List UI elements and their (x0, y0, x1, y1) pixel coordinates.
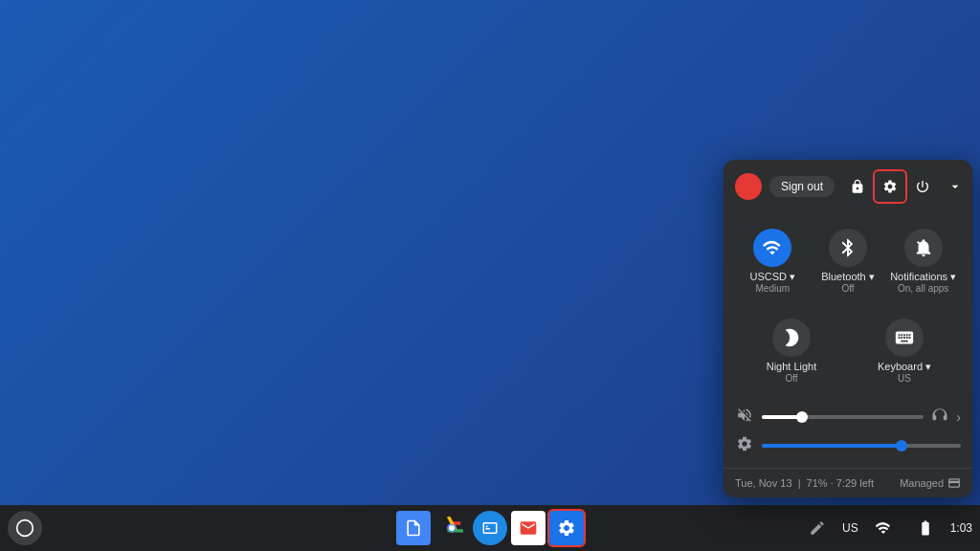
taskbar-right: US 1:03 (800, 511, 972, 545)
wifi-label: USCSD ▾ (750, 271, 796, 283)
notifications-label: Notifications ▾ (890, 271, 956, 283)
expand-icon[interactable] (940, 171, 970, 202)
battery-status-icon[interactable] (908, 511, 943, 545)
settings-icon[interactable] (875, 171, 905, 202)
night-light-tile[interactable]: Night Light Off (735, 309, 848, 391)
keyboard-tile[interactable]: Keyboard ▾ US (848, 309, 961, 391)
qs-sliders: › (724, 399, 972, 468)
wifi-sublabel: Medium (756, 283, 791, 294)
volume-mute-icon (735, 407, 754, 428)
volume-slider-row: › (735, 403, 961, 431)
settings-app-icon[interactable] (549, 511, 584, 545)
night-light-icon (772, 319, 811, 357)
taskbar: US 1:03 (0, 505, 980, 551)
docs-app-icon[interactable] (396, 511, 431, 545)
notifications-tile[interactable]: Notifications ▾ On, all apps (885, 219, 961, 301)
night-light-sublabel: Off (785, 373, 797, 384)
volume-expand-icon[interactable]: › (956, 409, 961, 425)
gmail-app-icon[interactable] (511, 511, 546, 545)
stylus-icon[interactable] (800, 511, 835, 545)
qs-tiles-row1: USCSD ▾ Medium Bluetooth ▾ Off (724, 211, 972, 309)
volume-fill (762, 415, 802, 419)
qs-header-icons (842, 171, 970, 202)
keyboard-icon (885, 319, 924, 357)
bluetooth-label: Bluetooth ▾ (821, 271, 875, 283)
volume-slider[interactable] (762, 415, 924, 419)
quick-settings-panel: Sign out (724, 160, 972, 497)
taskbar-left (8, 511, 42, 545)
wifi-tile[interactable]: USCSD ▾ Medium (735, 219, 811, 301)
qs-footer: Tue, Nov 13 | 71% · 7:29 left Managed (724, 468, 972, 497)
bluetooth-sublabel: Off (841, 283, 854, 294)
notifications-icon (904, 229, 943, 267)
keyboard-layout-status[interactable]: US (842, 521, 858, 535)
lock-icon[interactable] (842, 171, 873, 202)
terminal-app-icon[interactable] (473, 511, 507, 545)
keyboard-layout-label: US (842, 521, 858, 535)
svg-point-5 (449, 525, 455, 531)
night-light-label: Night Light (767, 361, 817, 373)
brightness-slider-row (735, 431, 961, 460)
sign-out-button[interactable]: Sign out (769, 176, 835, 197)
launcher-button[interactable] (8, 511, 42, 545)
footer-date: Tue, Nov 13 | 71% · 7:29 left (735, 477, 874, 489)
notifications-sublabel: On, all apps (898, 283, 948, 294)
qs-header: Sign out (724, 160, 972, 211)
keyboard-sublabel: US (898, 373, 911, 384)
system-time[interactable]: 1:03 (950, 521, 972, 535)
taskbar-center (396, 511, 584, 545)
chrome-app-icon[interactable] (434, 511, 469, 545)
bluetooth-tile[interactable]: Bluetooth ▾ Off (811, 219, 886, 301)
brightness-icon (735, 435, 754, 456)
desktop: Sign out (0, 0, 980, 551)
footer-managed: Managed (900, 476, 961, 490)
power-icon[interactable] (907, 171, 938, 202)
brightness-fill (762, 444, 902, 448)
svg-point-1 (17, 520, 33, 537)
wifi-icon (753, 229, 791, 267)
avatar (735, 173, 762, 200)
bluetooth-icon (829, 229, 867, 267)
wifi-status-icon[interactable] (866, 511, 901, 545)
keyboard-label: Keyboard ▾ (878, 361, 931, 373)
qs-tiles-row2: Night Light Off Keyboard ▾ US (724, 309, 972, 399)
brightness-slider[interactable] (762, 444, 961, 448)
headphones-icon (931, 407, 948, 428)
